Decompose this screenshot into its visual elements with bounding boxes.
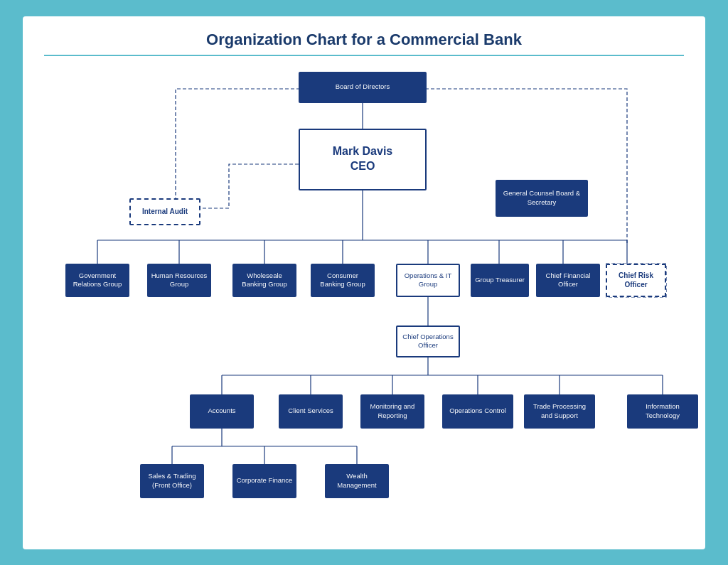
ceo-box: Mark Davis CEO: [299, 129, 427, 190]
chart-title: Organization Chart for a Commercial Bank: [44, 31, 684, 56]
internal-audit-box: Internal Audit: [129, 198, 200, 225]
corporate-finance-box: Corporate Finance: [232, 464, 296, 498]
cro-box: Chief Risk Officer: [606, 264, 666, 297]
wealth-box: Wealth Management: [325, 464, 389, 498]
operations-it-box: Operations & IT Group: [396, 264, 460, 297]
wholesale-box: Wholeseale Banking Group: [232, 264, 296, 297]
coo-box: Chief Operations Officer: [396, 325, 460, 357]
cfo-box: Chief Financial Officer: [536, 264, 600, 297]
ops-control-box: Operations Control: [442, 394, 513, 429]
consumer-box: Consumer Banking Group: [311, 264, 375, 297]
client-services-box: Client Services: [279, 394, 343, 429]
info-tech-box: Information Technology: [627, 394, 698, 429]
gov-relations-box: Government Relations Group: [65, 264, 129, 297]
monitoring-box: Monitoring and Reporting: [360, 394, 424, 429]
group-treasurer-box: Group Treasurer: [471, 264, 529, 297]
trade-processing-box: Trade Processing and Support: [524, 394, 595, 429]
general-counsel-box: General Counsel Board & Secretary: [496, 180, 588, 217]
board-box: Board of Directors: [299, 72, 427, 103]
hr-box: Human Resources Group: [147, 264, 211, 297]
accounts-box: Accounts: [190, 394, 254, 429]
org-chart: Board of Directors Mark Davis CEO Intern…: [44, 66, 684, 535]
page: Organization Chart for a Commercial Bank: [23, 16, 705, 549]
sales-trading-box: Sales & Trading (Front Office): [140, 464, 204, 498]
